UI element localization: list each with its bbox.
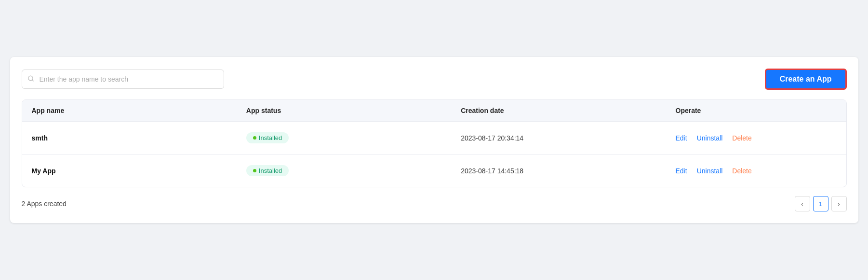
chevron-left-icon: ‹ (801, 200, 803, 208)
page-container: Create an App App name App status Creati… (10, 57, 858, 223)
search-icon (27, 75, 34, 84)
status-dot-icon (253, 136, 256, 140)
pagination-next-button[interactable]: › (831, 196, 847, 211)
app-name-cell: My App (32, 167, 246, 175)
app-name-cell: smth (32, 134, 246, 142)
app-status-cell: Installed (246, 165, 461, 176)
creation-date-cell: 2023-08-17 14:45:18 (461, 167, 675, 175)
edit-button[interactable]: Edit (676, 167, 687, 175)
uninstall-button[interactable]: Uninstall (697, 134, 723, 142)
col-header-app-name: App name (32, 107, 246, 114)
pagination: ‹ 1 › (795, 196, 847, 211)
app-table: App name App status Creation date Operat… (22, 99, 847, 187)
pagination-prev-button[interactable]: ‹ (795, 196, 810, 211)
delete-button[interactable]: Delete (732, 134, 751, 142)
creation-date-cell: 2023-08-17 20:34:14 (461, 134, 675, 142)
operate-cell: Edit Uninstall Delete (676, 167, 837, 175)
chevron-right-icon: › (838, 200, 840, 208)
search-wrapper (22, 70, 224, 89)
uninstall-button[interactable]: Uninstall (697, 167, 723, 175)
operate-cell: Edit Uninstall Delete (676, 134, 837, 142)
search-input[interactable] (22, 70, 224, 89)
status-label: Installed (259, 167, 282, 174)
table-row: smth Installed 2023-08-17 20:34:14 Edit … (22, 122, 846, 154)
delete-button[interactable]: Delete (732, 167, 751, 175)
svg-line-1 (32, 80, 33, 81)
status-badge: Installed (246, 132, 289, 143)
table-header: App name App status Creation date Operat… (22, 100, 846, 122)
page-number: 1 (819, 200, 822, 208)
create-app-button[interactable]: Create an App (765, 69, 847, 90)
pagination-page-1-button[interactable]: 1 (813, 196, 828, 211)
col-header-app-status: App status (246, 107, 461, 114)
col-header-creation-date: Creation date (461, 107, 675, 114)
edit-button[interactable]: Edit (676, 134, 687, 142)
status-label: Installed (259, 134, 282, 141)
col-header-operate: Operate (676, 107, 837, 114)
status-dot-icon (253, 169, 256, 172)
app-status-cell: Installed (246, 132, 461, 143)
table-row: My App Installed 2023-08-17 14:45:18 Edi… (22, 154, 846, 187)
footer-row: 2 Apps created ‹ 1 › (22, 196, 847, 211)
header-row: Create an App (22, 69, 847, 90)
status-badge: Installed (246, 165, 289, 176)
apps-count-label: 2 Apps created (22, 200, 67, 208)
